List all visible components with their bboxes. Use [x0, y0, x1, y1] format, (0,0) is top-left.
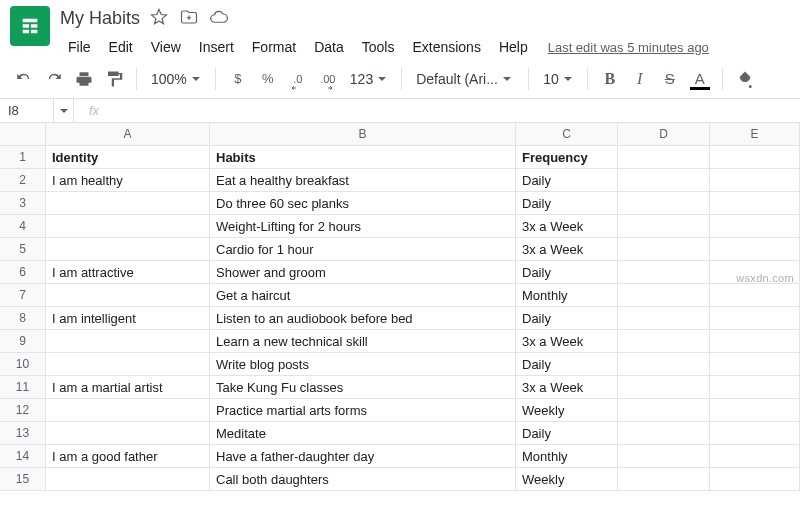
bold-button[interactable]: B — [596, 65, 624, 93]
row-header[interactable]: 7 — [0, 284, 46, 307]
cell[interactable]: Have a father-daughter day — [210, 445, 516, 468]
cell[interactable]: I am a good father — [46, 445, 210, 468]
doc-title[interactable]: My Habits — [60, 6, 140, 31]
cell[interactable] — [618, 422, 710, 445]
cell[interactable] — [618, 284, 710, 307]
cell[interactable]: Frequency — [516, 146, 618, 169]
cell[interactable] — [46, 468, 210, 491]
more-formats-select[interactable]: 123 — [344, 65, 393, 93]
cell[interactable]: Do three 60 sec planks — [210, 192, 516, 215]
menu-view[interactable]: View — [143, 35, 189, 59]
last-edit-link[interactable]: Last edit was 5 minutes ago — [548, 40, 709, 55]
column-header[interactable]: B — [210, 123, 516, 146]
row-header[interactable]: 8 — [0, 307, 46, 330]
menu-format[interactable]: Format — [244, 35, 304, 59]
row-header[interactable]: 5 — [0, 238, 46, 261]
column-header[interactable]: D — [618, 123, 710, 146]
row-header[interactable]: 11 — [0, 376, 46, 399]
menu-insert[interactable]: Insert — [191, 35, 242, 59]
row-header[interactable]: 9 — [0, 330, 46, 353]
cell[interactable] — [46, 192, 210, 215]
row-header[interactable]: 14 — [0, 445, 46, 468]
zoom-select[interactable]: 100% — [145, 65, 207, 93]
cell[interactable]: Daily — [516, 192, 618, 215]
cell[interactable]: Weekly — [516, 468, 618, 491]
format-currency-button[interactable]: $ — [224, 65, 252, 93]
cell[interactable]: Daily — [516, 307, 618, 330]
row-header[interactable]: 1 — [0, 146, 46, 169]
cell[interactable] — [710, 399, 800, 422]
cell[interactable] — [710, 376, 800, 399]
sheets-logo-icon[interactable] — [10, 6, 50, 46]
cell[interactable]: Take Kung Fu classes — [210, 376, 516, 399]
italic-button[interactable]: I — [626, 65, 654, 93]
cell[interactable] — [618, 399, 710, 422]
cell[interactable] — [618, 169, 710, 192]
decrease-decimal-button[interactable]: .0 — [284, 65, 312, 93]
undo-button[interactable] — [10, 65, 38, 93]
cell[interactable] — [618, 146, 710, 169]
cell[interactable] — [710, 307, 800, 330]
cell[interactable]: 3x a Week — [516, 376, 618, 399]
cell[interactable]: Weight-Lifting for 2 hours — [210, 215, 516, 238]
cell[interactable] — [46, 422, 210, 445]
cell[interactable]: Meditate — [210, 422, 516, 445]
cell[interactable]: I am a martial artist — [46, 376, 210, 399]
star-icon[interactable] — [150, 8, 168, 29]
cell[interactable] — [710, 468, 800, 491]
cell[interactable]: Monthly — [516, 445, 618, 468]
cell[interactable] — [46, 215, 210, 238]
cell[interactable]: Eat a healthy breakfast — [210, 169, 516, 192]
cell[interactable] — [618, 445, 710, 468]
format-percent-button[interactable]: % — [254, 65, 282, 93]
row-header[interactable]: 10 — [0, 353, 46, 376]
cell[interactable]: Monthly — [516, 284, 618, 307]
row-header[interactable]: 4 — [0, 215, 46, 238]
row-header[interactable]: 2 — [0, 169, 46, 192]
menu-edit[interactable]: Edit — [101, 35, 141, 59]
name-box-dropdown[interactable] — [54, 99, 74, 122]
cell[interactable] — [710, 330, 800, 353]
cell[interactable] — [710, 238, 800, 261]
row-header[interactable]: 3 — [0, 192, 46, 215]
cell[interactable]: Daily — [516, 261, 618, 284]
cell[interactable] — [46, 399, 210, 422]
cell[interactable] — [46, 238, 210, 261]
cell[interactable]: 3x a Week — [516, 215, 618, 238]
row-header[interactable]: 6 — [0, 261, 46, 284]
cell[interactable]: Habits — [210, 146, 516, 169]
text-color-button[interactable]: A — [686, 65, 714, 93]
cell[interactable]: I am healthy — [46, 169, 210, 192]
cell[interactable] — [618, 376, 710, 399]
cell[interactable] — [618, 215, 710, 238]
cell[interactable]: Cardio for 1 hour — [210, 238, 516, 261]
cell[interactable]: I am attractive — [46, 261, 210, 284]
menu-help[interactable]: Help — [491, 35, 536, 59]
cell[interactable] — [710, 146, 800, 169]
row-header[interactable]: 13 — [0, 422, 46, 445]
cell[interactable]: I am intelligent — [46, 307, 210, 330]
cell[interactable] — [618, 261, 710, 284]
cell[interactable]: Get a haircut — [210, 284, 516, 307]
strikethrough-button[interactable]: S — [656, 65, 684, 93]
increase-decimal-button[interactable]: .00 — [314, 65, 342, 93]
cell[interactable] — [710, 353, 800, 376]
font-family-select[interactable]: Default (Ari... — [410, 65, 520, 93]
formula-input[interactable] — [114, 99, 800, 122]
cell[interactable] — [710, 169, 800, 192]
menu-tools[interactable]: Tools — [354, 35, 403, 59]
select-all-corner[interactable] — [0, 123, 46, 146]
font-size-select[interactable]: 10 — [537, 65, 579, 93]
cell[interactable] — [710, 215, 800, 238]
cell[interactable] — [618, 192, 710, 215]
column-header[interactable]: C — [516, 123, 618, 146]
cell[interactable]: 3x a Week — [516, 238, 618, 261]
cell[interactable] — [710, 422, 800, 445]
row-header[interactable]: 15 — [0, 468, 46, 491]
menu-extensions[interactable]: Extensions — [404, 35, 488, 59]
print-button[interactable] — [70, 65, 98, 93]
cell[interactable] — [618, 353, 710, 376]
fill-color-button[interactable] — [731, 65, 759, 93]
move-icon[interactable] — [180, 8, 198, 29]
cell[interactable]: Call both daughters — [210, 468, 516, 491]
